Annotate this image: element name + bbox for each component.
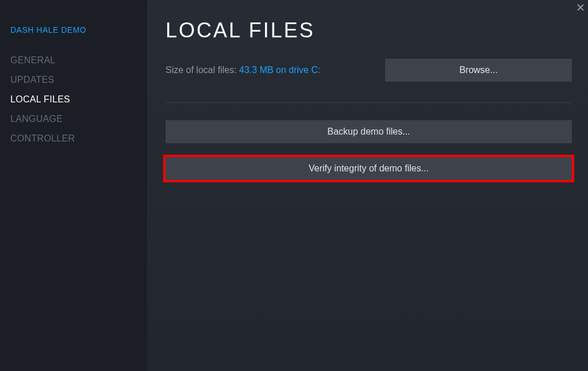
close-icon[interactable]	[575, 2, 586, 15]
sidebar-item-updates[interactable]: UPDATES	[10, 70, 147, 90]
size-row: Size of local files: 43.3 MB on drive C:…	[166, 59, 572, 82]
verify-integrity-button[interactable]: Verify integrity of demo files...	[166, 157, 572, 180]
size-value-link[interactable]: 43.3 MB on drive C:	[239, 65, 320, 75]
sidebar-title: DASH HALE DEMO	[10, 25, 147, 35]
browse-button[interactable]: Browse...	[385, 59, 572, 82]
sidebar-item-language[interactable]: LANGUAGE	[10, 109, 147, 129]
sidebar-item-general[interactable]: GENERAL	[10, 51, 147, 70]
sidebar-item-local-files[interactable]: LOCAL FILES	[10, 90, 147, 109]
page-title: LOCAL FILES	[166, 18, 572, 43]
backup-button[interactable]: Backup demo files...	[166, 120, 572, 143]
sidebar-item-controller[interactable]: CONTROLLER	[10, 129, 147, 148]
main-panel: LOCAL FILES Size of local files: 43.3 MB…	[147, 0, 588, 371]
sidebar: DASH HALE DEMO GENERAL UPDATES LOCAL FIL…	[0, 0, 147, 371]
divider	[166, 102, 572, 103]
size-label: Size of local files:	[166, 65, 239, 75]
size-info: Size of local files: 43.3 MB on drive C:	[166, 65, 320, 75]
